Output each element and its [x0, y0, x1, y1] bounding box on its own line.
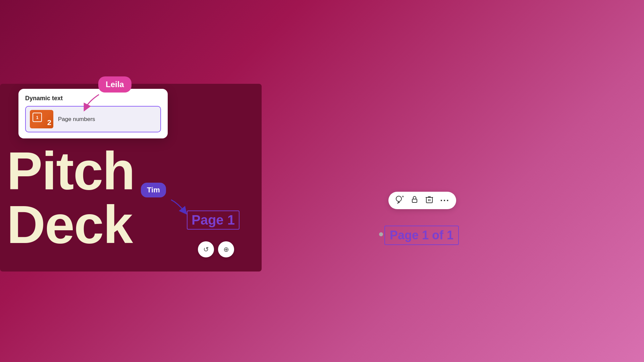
right-toolbar: + ··· — [388, 192, 456, 209]
tim-bubble: Tim — [141, 183, 166, 197]
page1-text: Page 1 — [192, 213, 235, 227]
page1of1-box[interactable]: Page 1 of 1 — [384, 226, 459, 245]
svg-rect-5 — [426, 197, 432, 203]
move-button[interactable]: ⊕ — [218, 241, 234, 257]
element-controls: ↺ ⊕ — [198, 241, 234, 257]
leila-arrow-svg — [82, 91, 102, 111]
svg-point-2 — [396, 196, 401, 201]
svg-rect-4 — [412, 199, 417, 202]
tim-arrow-svg — [168, 196, 188, 217]
leila-bubble: Leila — [98, 76, 131, 93]
canvas: Pitch Deck Dynamic text 1 2 Page numbers… — [0, 0, 644, 362]
page1of1-dot — [379, 232, 383, 236]
rotate-icon: ↺ — [203, 245, 209, 253]
item-thumbnail: 1 2 — [30, 110, 53, 128]
thumbnail-icon: 1 — [33, 113, 42, 122]
lock-button[interactable] — [411, 195, 419, 205]
move-icon: ⊕ — [223, 245, 229, 253]
pitch-deck-text: Pitch Deck — [7, 144, 135, 251]
comment-button[interactable]: + — [395, 195, 404, 206]
page1-element[interactable]: Page 1 — [187, 210, 239, 230]
more-button[interactable]: ··· — [440, 195, 449, 206]
page1of1-text: Page 1 of 1 — [390, 228, 453, 242]
page1of1-container: Page 1 of 1 — [381, 226, 459, 245]
svg-text:+: + — [402, 195, 404, 198]
delete-button[interactable] — [425, 195, 433, 205]
thumbnail-number: 2 — [47, 118, 51, 127]
item-label: Page numbers — [58, 116, 95, 123]
rotate-button[interactable]: ↺ — [198, 241, 214, 257]
